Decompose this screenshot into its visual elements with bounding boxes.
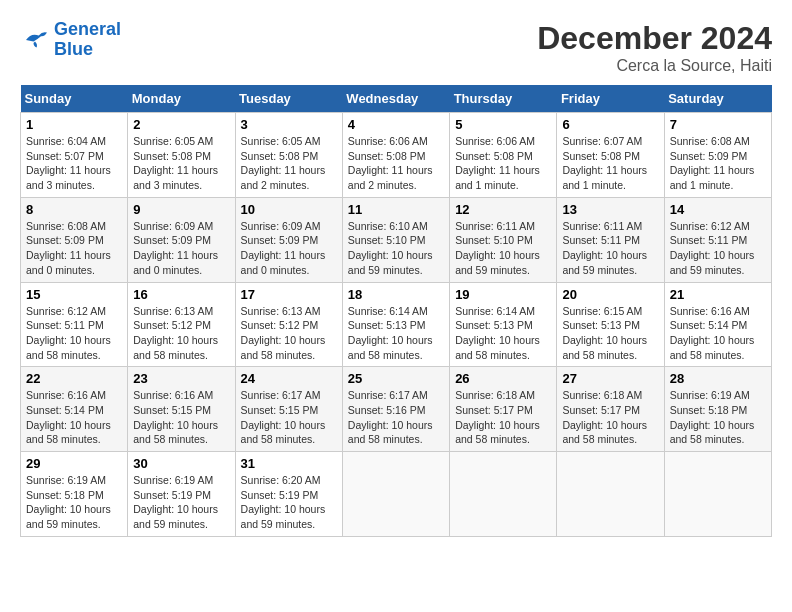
sunrise-info: Sunrise: 6:18 AM: [562, 389, 642, 401]
day-number: 15: [26, 287, 122, 302]
calendar-week-row: 22Sunrise: 6:16 AMSunset: 5:14 PMDayligh…: [21, 367, 772, 452]
calendar-day-cell: 31Sunrise: 6:20 AMSunset: 5:19 PMDayligh…: [235, 452, 342, 537]
daylight-info: Daylight: 10 hours and 58 minutes.: [348, 419, 433, 446]
calendar-day-cell: 29Sunrise: 6:19 AMSunset: 5:18 PMDayligh…: [21, 452, 128, 537]
day-info: Sunrise: 6:16 AMSunset: 5:14 PMDaylight:…: [670, 304, 766, 363]
sunset-info: Sunset: 5:18 PM: [670, 404, 748, 416]
daylight-info: Daylight: 11 hours and 0 minutes.: [133, 249, 218, 276]
calendar-day-header: Thursday: [450, 85, 557, 113]
calendar-day-cell: 26Sunrise: 6:18 AMSunset: 5:17 PMDayligh…: [450, 367, 557, 452]
calendar-day-cell: 20Sunrise: 6:15 AMSunset: 5:13 PMDayligh…: [557, 282, 664, 367]
sunset-info: Sunset: 5:08 PM: [348, 150, 426, 162]
day-info: Sunrise: 6:07 AMSunset: 5:08 PMDaylight:…: [562, 134, 658, 193]
location: Cerca la Source, Haiti: [537, 57, 772, 75]
day-info: Sunrise: 6:05 AMSunset: 5:08 PMDaylight:…: [133, 134, 229, 193]
day-number: 7: [670, 117, 766, 132]
day-number: 29: [26, 456, 122, 471]
calendar-day-cell: 15Sunrise: 6:12 AMSunset: 5:11 PMDayligh…: [21, 282, 128, 367]
daylight-info: Daylight: 10 hours and 59 minutes.: [133, 503, 218, 530]
day-number: 22: [26, 371, 122, 386]
day-number: 8: [26, 202, 122, 217]
calendar-week-row: 8Sunrise: 6:08 AMSunset: 5:09 PMDaylight…: [21, 197, 772, 282]
sunrise-info: Sunrise: 6:14 AM: [455, 305, 535, 317]
day-number: 31: [241, 456, 337, 471]
day-info: Sunrise: 6:05 AMSunset: 5:08 PMDaylight:…: [241, 134, 337, 193]
sunrise-info: Sunrise: 6:13 AM: [241, 305, 321, 317]
calendar-day-cell: 30Sunrise: 6:19 AMSunset: 5:19 PMDayligh…: [128, 452, 235, 537]
sunset-info: Sunset: 5:08 PM: [133, 150, 211, 162]
daylight-info: Daylight: 10 hours and 58 minutes.: [26, 334, 111, 361]
sunset-info: Sunset: 5:07 PM: [26, 150, 104, 162]
calendar-day-cell: 17Sunrise: 6:13 AMSunset: 5:12 PMDayligh…: [235, 282, 342, 367]
sunset-info: Sunset: 5:08 PM: [241, 150, 319, 162]
sunset-info: Sunset: 5:13 PM: [455, 319, 533, 331]
sunrise-info: Sunrise: 6:09 AM: [133, 220, 213, 232]
daylight-info: Daylight: 10 hours and 59 minutes.: [562, 249, 647, 276]
month-title: December 2024: [537, 20, 772, 57]
sunrise-info: Sunrise: 6:15 AM: [562, 305, 642, 317]
day-info: Sunrise: 6:06 AMSunset: 5:08 PMDaylight:…: [455, 134, 551, 193]
sunrise-info: Sunrise: 6:16 AM: [133, 389, 213, 401]
sunset-info: Sunset: 5:11 PM: [670, 234, 748, 246]
calendar-day-cell: 8Sunrise: 6:08 AMSunset: 5:09 PMDaylight…: [21, 197, 128, 282]
day-info: Sunrise: 6:04 AMSunset: 5:07 PMDaylight:…: [26, 134, 122, 193]
calendar-day-cell: 14Sunrise: 6:12 AMSunset: 5:11 PMDayligh…: [664, 197, 771, 282]
daylight-info: Daylight: 11 hours and 0 minutes.: [241, 249, 326, 276]
day-info: Sunrise: 6:12 AMSunset: 5:11 PMDaylight:…: [670, 219, 766, 278]
day-info: Sunrise: 6:10 AMSunset: 5:10 PMDaylight:…: [348, 219, 444, 278]
day-info: Sunrise: 6:19 AMSunset: 5:18 PMDaylight:…: [670, 388, 766, 447]
calendar-day-cell: 3Sunrise: 6:05 AMSunset: 5:08 PMDaylight…: [235, 113, 342, 198]
sunrise-info: Sunrise: 6:20 AM: [241, 474, 321, 486]
day-number: 21: [670, 287, 766, 302]
sunrise-info: Sunrise: 6:07 AM: [562, 135, 642, 147]
day-number: 28: [670, 371, 766, 386]
daylight-info: Daylight: 10 hours and 58 minutes.: [241, 334, 326, 361]
daylight-info: Daylight: 10 hours and 59 minutes.: [670, 249, 755, 276]
sunset-info: Sunset: 5:17 PM: [455, 404, 533, 416]
sunrise-info: Sunrise: 6:18 AM: [455, 389, 535, 401]
day-number: 13: [562, 202, 658, 217]
calendar-day-cell: [664, 452, 771, 537]
sunrise-info: Sunrise: 6:06 AM: [348, 135, 428, 147]
calendar-day-cell: 7Sunrise: 6:08 AMSunset: 5:09 PMDaylight…: [664, 113, 771, 198]
sunset-info: Sunset: 5:10 PM: [348, 234, 426, 246]
calendar-table: SundayMondayTuesdayWednesdayThursdayFrid…: [20, 85, 772, 537]
sunrise-info: Sunrise: 6:12 AM: [670, 220, 750, 232]
daylight-info: Daylight: 10 hours and 58 minutes.: [348, 334, 433, 361]
logo-text: GeneralBlue: [54, 20, 121, 60]
sunrise-info: Sunrise: 6:19 AM: [670, 389, 750, 401]
sunrise-info: Sunrise: 6:08 AM: [670, 135, 750, 147]
calendar-day-cell: [557, 452, 664, 537]
day-info: Sunrise: 6:16 AMSunset: 5:14 PMDaylight:…: [26, 388, 122, 447]
calendar-header-row: SundayMondayTuesdayWednesdayThursdayFrid…: [21, 85, 772, 113]
calendar-day-cell: 28Sunrise: 6:19 AMSunset: 5:18 PMDayligh…: [664, 367, 771, 452]
daylight-info: Daylight: 10 hours and 58 minutes.: [26, 419, 111, 446]
sunrise-info: Sunrise: 6:16 AM: [670, 305, 750, 317]
day-number: 24: [241, 371, 337, 386]
sunset-info: Sunset: 5:08 PM: [455, 150, 533, 162]
sunset-info: Sunset: 5:13 PM: [562, 319, 640, 331]
sunrise-info: Sunrise: 6:04 AM: [26, 135, 106, 147]
sunrise-info: Sunrise: 6:09 AM: [241, 220, 321, 232]
sunset-info: Sunset: 5:12 PM: [241, 319, 319, 331]
day-number: 30: [133, 456, 229, 471]
day-number: 4: [348, 117, 444, 132]
page-header: GeneralBlue December 2024 Cerca la Sourc…: [20, 20, 772, 75]
sunset-info: Sunset: 5:12 PM: [133, 319, 211, 331]
calendar-day-cell: 6Sunrise: 6:07 AMSunset: 5:08 PMDaylight…: [557, 113, 664, 198]
sunset-info: Sunset: 5:11 PM: [26, 319, 104, 331]
sunset-info: Sunset: 5:16 PM: [348, 404, 426, 416]
daylight-info: Daylight: 11 hours and 0 minutes.: [26, 249, 111, 276]
sunrise-info: Sunrise: 6:06 AM: [455, 135, 535, 147]
day-number: 2: [133, 117, 229, 132]
day-number: 18: [348, 287, 444, 302]
sunrise-info: Sunrise: 6:05 AM: [133, 135, 213, 147]
day-info: Sunrise: 6:06 AMSunset: 5:08 PMDaylight:…: [348, 134, 444, 193]
sunrise-info: Sunrise: 6:05 AM: [241, 135, 321, 147]
sunset-info: Sunset: 5:09 PM: [241, 234, 319, 246]
sunrise-info: Sunrise: 6:11 AM: [455, 220, 535, 232]
day-info: Sunrise: 6:13 AMSunset: 5:12 PMDaylight:…: [241, 304, 337, 363]
day-info: Sunrise: 6:18 AMSunset: 5:17 PMDaylight:…: [455, 388, 551, 447]
calendar-day-cell: 18Sunrise: 6:14 AMSunset: 5:13 PMDayligh…: [342, 282, 449, 367]
sunrise-info: Sunrise: 6:13 AM: [133, 305, 213, 317]
